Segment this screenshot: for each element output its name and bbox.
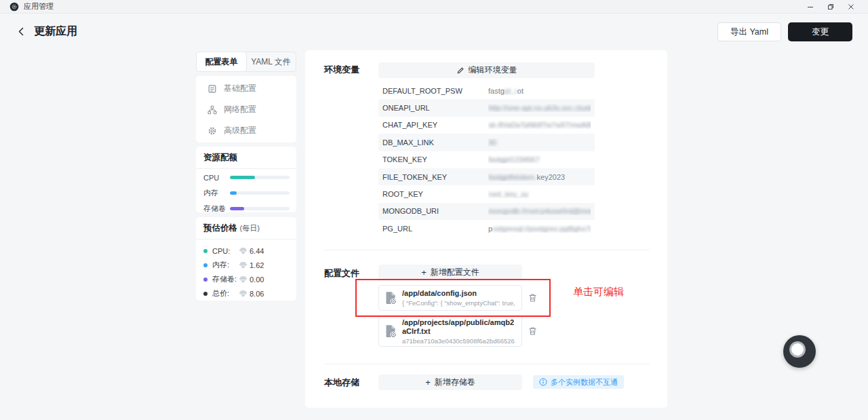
tab-yaml-file[interactable]: YAML 文件 (246, 52, 296, 71)
tab-config-form[interactable]: 配置表单 (196, 52, 247, 72)
env-value-segment: sk-8VaDaTaNb8Tw7w5TmwA8649E38D97Ec4 (488, 121, 591, 129)
env-section-title: 环境变量 (324, 64, 359, 76)
section-divider (324, 250, 650, 250)
section-divider (324, 364, 650, 364)
quota-row: 存储卷 (196, 202, 296, 216)
sidebar-item-label: 网络配置 (224, 104, 256, 115)
file-gear-icon (384, 324, 397, 338)
progress-fill (230, 207, 244, 210)
estimated-price-card: 预估价格 (每日) CPU: 6.44 内存: 1.62 存储卷: 0.00 总… (196, 217, 296, 301)
progress-fill (230, 191, 237, 195)
info-icon (539, 378, 547, 386)
env-value-segment: fastgptfstoken. (488, 173, 537, 181)
network-icon (208, 105, 217, 115)
env-var-key: FILE_TOKEN_KEY (382, 173, 488, 181)
memory-progress-bar (230, 191, 290, 195)
env-var-key: ROOT_KEY (382, 190, 488, 198)
sidebar-item-label: 基础配置 (224, 83, 256, 94)
edit-env-label: 编辑环境变量 (469, 64, 517, 76)
back-button[interactable] (14, 24, 28, 39)
currency-gem-icon (239, 290, 247, 297)
file-content-preview: a71bea710a3e0430c5908f6a2bd66526 (402, 337, 516, 345)
add-config-file-label: 新增配置文件 (431, 267, 479, 278)
price-color-dot (203, 278, 208, 282)
pencil-icon (456, 66, 465, 75)
env-var-row: CHAT_API_KEY sk-8VaDaTaNb8Tw7w5TmwA8649E… (378, 117, 595, 134)
quota-label: 存储卷 (203, 204, 230, 214)
price-color-dot (203, 263, 208, 267)
env-var-value: mongodb://root:p4ssw0rd@mongodb.ns-a bsu… (488, 207, 591, 215)
plus-icon: + (425, 378, 431, 387)
price-color-dot (203, 249, 208, 253)
env-var-row: ONEAPI_URL http://one-api.ns-yk3s.svc.cl… (378, 99, 595, 116)
gear-icon (208, 126, 217, 136)
env-var-value: postgresql://postgres:pg8ighx7w@pg.ns-f… (488, 225, 591, 233)
price-label: 内存: (212, 260, 239, 270)
price-color-dot (203, 292, 208, 296)
apply-change-button[interactable]: 变更 (788, 22, 852, 41)
quota-row: 内存 (196, 186, 296, 200)
progress-fill (230, 176, 255, 179)
quota-title: 资源配额 (196, 147, 296, 169)
sidebar-item-advanced-config[interactable]: 高级配置 (196, 120, 296, 141)
quota-label: CPU (203, 174, 230, 182)
export-yaml-button[interactable]: 导出 Yaml (717, 22, 781, 41)
app-logo-icon (9, 2, 19, 12)
sidebar-item-network-config[interactable]: 网络配置 (196, 99, 296, 120)
quota-row: CPU (196, 170, 296, 185)
env-value-segment: ostgresql://postgres:pg8ighx7w@pg.ns-f (492, 225, 591, 233)
env-value-segment: ot (517, 87, 524, 95)
floating-camera-widget[interactable] (783, 335, 816, 368)
price-label: CPU: (212, 247, 239, 255)
minimize-icon[interactable] (800, 0, 821, 13)
storage-progress-bar (230, 207, 290, 210)
close-icon[interactable] (841, 0, 861, 13)
price-title: 预估价格 (每日) (196, 217, 296, 240)
env-var-value: root_key_xy (488, 190, 591, 198)
env-var-value: fastgptfstoken.key2023 (488, 173, 591, 181)
env-value-segment: key2023 (537, 173, 566, 181)
env-var-value: 30 (488, 138, 591, 147)
env-value-segment: 30 (488, 138, 496, 147)
price-label: 存储卷: (212, 274, 239, 284)
env-var-row: ROOT_KEY root_key_xy (378, 185, 595, 202)
form-icon (208, 84, 217, 94)
price-row: 总价: 8.06 (196, 286, 296, 301)
config-file-item-amqb2aclrf-txt[interactable]: /app/projects/app/public/amqb2aClrf.txt … (378, 316, 522, 347)
add-config-file-button[interactable]: + 新增配置文件 (378, 265, 522, 280)
env-value-segment: root_key_xy (488, 190, 528, 198)
app-config-panel: 环境变量 编辑环境变量 DEFAULT_ROOT_PSW fastgpt_rot… (305, 50, 667, 408)
price-row: CPU: 6.44 (196, 244, 296, 258)
env-var-value: http://one-api.ns-yk3s.svc.cluster.local… (488, 104, 591, 112)
camera-lens-icon (789, 341, 806, 358)
env-value-segment: http://one-api.ns-yk3s.svc.cluster.local… (488, 104, 591, 112)
page-title: 更新应用 (34, 24, 77, 39)
edit-env-button[interactable]: 编辑环境变量 (378, 62, 595, 78)
restore-icon[interactable] (821, 0, 841, 13)
env-var-key: DEFAULT_ROOT_PSW (382, 87, 488, 95)
env-var-row: PG_URL postgresql://postgres:pg8ighx7w@p… (378, 220, 595, 237)
env-value-segment: mongodb://root:p4ssw0rd@mongodb.ns-a bsu (488, 207, 591, 215)
add-storage-volume-label: 新增存储卷 (435, 377, 475, 388)
env-var-key: ONEAPI_URL (382, 104, 488, 112)
env-var-key: CHAT_API_KEY (382, 121, 488, 129)
sidebar-item-basic-config[interactable]: 基础配置 (196, 78, 296, 99)
price-value: 1.62 (250, 261, 264, 269)
env-value-segment: fastg (488, 87, 505, 95)
add-storage-volume-button[interactable]: + 新增存储卷 (378, 375, 522, 390)
annotation-highlight-box (355, 279, 551, 317)
currency-gem-icon (239, 262, 247, 269)
plus-icon: + (421, 268, 427, 277)
env-var-row: MONGODB_URI mongodb://root:p4ssw0rd@mong… (378, 203, 595, 220)
cpu-progress-bar (230, 176, 290, 179)
file-path: /app/projects/app/public/amqb2aClrf.txt (402, 318, 516, 336)
price-value: 0.00 (250, 275, 264, 284)
env-var-table: DEFAULT_ROOT_PSW fastgpt_rot ONEAPI_URL … (378, 82, 595, 237)
delete-config-file-button[interactable] (527, 326, 538, 337)
env-var-value: sk-8VaDaTaNb8Tw7w5TmwA8649E38D97Ec4 (488, 121, 591, 129)
env-var-row: TOKEN_KEY fastgpt1234567 (378, 151, 595, 168)
price-label: 总价: (212, 288, 239, 299)
env-var-row: DB_MAX_LINK 30 (378, 134, 595, 151)
price-value: 8.06 (250, 290, 264, 298)
env-var-key: DB_MAX_LINK (382, 138, 488, 147)
